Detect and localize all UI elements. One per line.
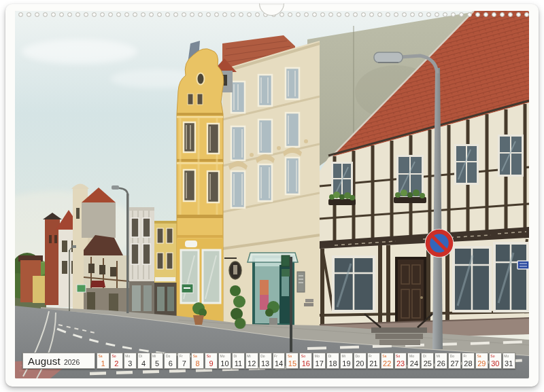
- calendar-day-cell: Di4: [137, 353, 150, 369]
- binder-hole: [459, 12, 464, 17]
- binder-hole: [247, 12, 252, 17]
- calendar-day-cell: Mo3: [124, 353, 137, 369]
- day-weekday-label: Di: [423, 354, 426, 358]
- day-weekday-label: Sa: [193, 354, 197, 358]
- day-weekday-label: Fr: [274, 354, 277, 358]
- day-number: 11: [233, 359, 244, 368]
- binder-hole: [345, 12, 350, 17]
- day-number: 22: [381, 359, 393, 368]
- binder-hole: [394, 12, 398, 17]
- calendar-day-cell: Mi19: [340, 353, 353, 369]
- binder-hole: [239, 12, 243, 17]
- binder-hole: [18, 12, 23, 17]
- month-label: August 2026: [22, 353, 95, 369]
- day-number: 14: [273, 359, 285, 368]
- year: 2026: [64, 356, 80, 366]
- binder-hole: [312, 12, 317, 17]
- binder-hole: [43, 12, 48, 17]
- day-number: 28: [462, 359, 474, 368]
- calendar-day-cell: So2: [110, 353, 123, 369]
- binder-hole: [190, 12, 194, 17]
- day-number: 6: [165, 359, 176, 368]
- day-number: 18: [327, 359, 339, 368]
- day-weekday-label: So: [396, 354, 400, 358]
- binder-hole: [67, 12, 72, 17]
- day-weekday-label: Do: [260, 354, 265, 358]
- day-weekday-label: Mo: [125, 354, 130, 358]
- binder-hole: [500, 12, 505, 17]
- binder-hole: [516, 12, 521, 17]
- binder-hole: [124, 12, 129, 17]
- binder-hole: [182, 12, 186, 17]
- day-number: 17: [313, 359, 325, 368]
- binder-hole: [206, 12, 211, 17]
- day-number: 5: [152, 359, 163, 368]
- binder-hole: [157, 12, 162, 17]
- binder-hole: [402, 12, 407, 17]
- street-photo: [15, 11, 529, 378]
- calendar-day-cell: Do27: [448, 353, 461, 369]
- binder-hole: [108, 12, 113, 17]
- day-weekday-label: Fr: [180, 354, 183, 358]
- day-number: 16: [300, 359, 311, 368]
- day-number: 19: [341, 359, 352, 368]
- binder-hole: [475, 12, 480, 17]
- day-number: 4: [138, 359, 150, 368]
- binder-hole: [214, 12, 219, 17]
- front-door: [395, 257, 426, 325]
- day-number: 30: [490, 359, 501, 368]
- binder-hole: [418, 12, 423, 17]
- binder-hole: [508, 12, 513, 17]
- binder-hole: [426, 12, 431, 17]
- day-number: 27: [449, 359, 460, 368]
- binder-hole: [492, 12, 496, 17]
- calendar-days: Sa1So2Mo3Di4Mi5Do6Fr7Sa8So9Mo10Di11Mi12D…: [97, 353, 515, 369]
- day-number: 31: [503, 359, 515, 368]
- day-weekday-label: Di: [139, 354, 142, 358]
- binder-hole: [59, 12, 64, 17]
- day-weekday-label: Mo: [315, 354, 320, 358]
- binder-hole: [304, 12, 309, 17]
- binder-hole: [141, 12, 146, 17]
- calendar-day-cell: Do6: [164, 353, 177, 369]
- day-number: 26: [435, 359, 447, 368]
- calendar-day-cell: Fr28: [462, 353, 475, 369]
- binder-hole: [328, 12, 333, 17]
- day-number: 15: [286, 359, 298, 368]
- day-number: 7: [178, 359, 190, 368]
- calendar-day-cell: Mo31: [503, 353, 515, 369]
- binder-hole: [84, 12, 88, 17]
- street-scene: [15, 11, 529, 378]
- calendar-day-cell: Mo10: [218, 353, 231, 369]
- day-number: 13: [260, 359, 271, 368]
- day-weekday-label: Sa: [99, 354, 103, 358]
- calendar-day-cell: Fr7: [177, 353, 190, 369]
- day-number: 1: [97, 359, 109, 368]
- calendar-day-cell: Sa29: [475, 353, 488, 369]
- binder-hole: [524, 12, 529, 17]
- day-weekday-label: Mi: [437, 354, 440, 358]
- binder-hole: [92, 12, 97, 17]
- day-number: 12: [246, 359, 258, 368]
- day-number: 21: [368, 359, 379, 368]
- binder-hole: [133, 12, 137, 17]
- day-weekday-label: Sa: [288, 354, 292, 358]
- binder-hole: [51, 12, 56, 17]
- day-number: 25: [422, 359, 433, 368]
- calendar-day-cell: Sa8: [191, 353, 204, 369]
- day-number: 9: [205, 359, 217, 368]
- binder-hole: [369, 12, 374, 17]
- street-name-sign: [517, 261, 529, 269]
- day-number: 3: [124, 359, 136, 368]
- calendar-day-cell: Mo17: [313, 353, 326, 369]
- day-weekday-label: Do: [166, 354, 170, 358]
- binder-hole: [296, 12, 301, 17]
- binder-hole: [410, 12, 415, 17]
- binder-hole: [35, 12, 39, 17]
- calendar-strip: August 2026 Sa1So2Mo3Di4Mi5Do6Fr7Sa8So9M…: [5, 353, 539, 369]
- calendar-day-cell: Fr21: [367, 353, 380, 369]
- calendar-day-cell: Di11: [232, 353, 245, 369]
- day-weekday-label: Do: [355, 354, 359, 358]
- calendar-day-cell: So30: [489, 353, 502, 369]
- binder-hole: [288, 12, 292, 17]
